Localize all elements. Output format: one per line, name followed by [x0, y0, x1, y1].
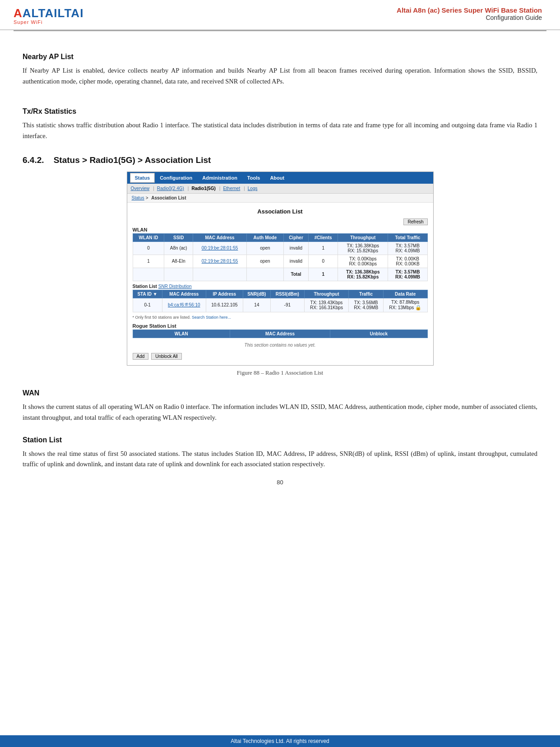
nearby-ap-body: If Nearby AP List is enabled, device col…: [23, 65, 537, 87]
footer-text: Altai Technologies Ltd. All rights reser…: [231, 738, 329, 744]
footer: Altai Technologies Ltd. All rights reser…: [0, 735, 560, 747]
header-title-sub: Configuration Guide: [397, 14, 542, 21]
nav-tab-status[interactable]: Status: [130, 173, 155, 183]
add-button[interactable]: Add: [133, 353, 149, 360]
main-content: Nearby AP List If Nearby AP List is enab…: [0, 31, 560, 507]
col-auth: Auth Mode: [247, 233, 284, 241]
txrx-heading: Tx/Rx Statistics: [23, 107, 537, 116]
cell-throughput: TX: 136.38KbpsRX: 15.82Kbps: [338, 241, 388, 255]
station-snr-label: Station List SNR Distribution: [133, 284, 428, 289]
ui-screenshot: Status Configuration Administration Tool…: [127, 172, 434, 366]
cell-ssid: A8n (ac): [164, 241, 193, 255]
col-traffic: Traffic: [349, 290, 383, 298]
table-row-total: Total 1 TX: 136.38KbpsRX: 15.82Kbps TX: …: [133, 268, 427, 281]
chapter-number: 6.4.2.: [23, 155, 44, 165]
table-row: 0 A8n (ac) 00:19:be:28:01:55 open invali…: [133, 241, 427, 255]
col-traffic: Total Traffic: [388, 233, 427, 241]
subnav-overview[interactable]: Overview: [131, 186, 150, 191]
col-clients: #Clients: [309, 233, 338, 241]
col-data-rate: Data Rate: [383, 290, 427, 298]
station-note: * Only first 50 stations are listed. Sea…: [133, 315, 428, 320]
col-ssid: SSID: [164, 233, 193, 241]
nav-tab-administration[interactable]: Administration: [197, 173, 242, 183]
nav-tab-configuration[interactable]: Configuration: [155, 173, 197, 183]
cell-mac: 02:19:be:28:01:55: [193, 255, 246, 268]
col-unblock: Unblock: [330, 329, 428, 338]
header-title-main: Altai A8n (ac) Series Super WiFi Base St…: [397, 6, 542, 14]
page-number: 80: [23, 479, 537, 486]
wlan-table: WLAN ID SSID MAC Address Auth Mode Ciphe…: [133, 233, 428, 281]
logo-altai: AALTAILTAI: [14, 6, 83, 20]
subnav-radio24[interactable]: Radio0(2.4G): [157, 186, 184, 191]
assoc-list-title: Association List: [133, 208, 428, 215]
mac-link[interactable]: 00:19:be:28:01:55: [202, 246, 238, 251]
col-throughput: Throughput: [304, 290, 349, 298]
col-cipher: Cipher: [283, 233, 309, 241]
unblock-all-button[interactable]: Unblock All: [151, 353, 181, 360]
breadcrumb-status[interactable]: Status: [132, 195, 144, 200]
col-rssi: RSSI(dBm): [271, 290, 305, 298]
logo-area: AALTAILTAI Super WiFi: [14, 6, 83, 25]
nav-tab-about[interactable]: About: [265, 173, 289, 183]
cell-data-rate: TX: 87.8MbpsRX: 13Mbps 🔒: [383, 298, 427, 312]
cell-mac: 00:19:be:28:01:55: [193, 241, 246, 255]
snr-distribution-link[interactable]: SNR Distribution: [158, 284, 192, 289]
refresh-row: Refresh: [133, 218, 428, 225]
col-sta-id[interactable]: STA ID ▼: [133, 290, 162, 298]
cell-clients: 1: [309, 241, 338, 255]
cell-empty: [164, 268, 193, 281]
cell-wlan-id: 1: [133, 255, 164, 268]
mac-link[interactable]: 02:19:be:28:01:55: [202, 259, 238, 264]
col-mac-rogue: MAC Address: [230, 329, 330, 338]
logo-accent: A: [14, 6, 23, 20]
table-row: 0-1 b4:ca:f6:ff:56:10 10.6.122.105 14 -9…: [133, 298, 427, 312]
col-wlan-id: WLAN ID: [133, 233, 164, 241]
col-mac-addr: MAC Address: [162, 290, 206, 298]
cell-total-traffic: TX: 3.57MBRX: 4.09MB: [388, 268, 427, 281]
cell-traffic: TX: 0.00KBRX: 0.00KB: [388, 255, 427, 268]
search-station-link[interactable]: Search Station here...: [192, 315, 231, 320]
cell-snr: 14: [243, 298, 270, 312]
txrx-body: This statistic shows traffic distributio…: [23, 120, 537, 142]
cell-ip: 10.6.122.105: [206, 298, 243, 312]
station-table: STA ID ▼ MAC Address IP Address SNR(dB) …: [133, 290, 428, 312]
nav-tab-tools[interactable]: Tools: [242, 173, 265, 183]
cell-empty: [133, 268, 164, 281]
ui-content: Association List Refresh WLAN WLAN ID SS…: [127, 203, 433, 365]
rogue-table: WLAN MAC Address Unblock: [133, 329, 428, 338]
cell-empty: [193, 268, 246, 281]
station-mac-link[interactable]: b4:ca:f6:ff:56:10: [168, 302, 200, 307]
col-snr: SNR(dB): [243, 290, 270, 298]
station-list-link-label: Station List: [133, 284, 158, 289]
cell-mac: b4:ca:f6:ff:56:10: [162, 298, 206, 312]
breadcrumb-page: Association List: [151, 195, 186, 200]
header: AALTAILTAI Super WiFi Altai A8n (ac) Ser…: [0, 0, 560, 30]
subnav-ethernet[interactable]: Ethernet: [223, 186, 240, 191]
header-title-area: Altai A8n (ac) Series Super WiFi Base St…: [397, 6, 542, 21]
cell-traffic: TX: 3.57MBRX: 4.09MB: [388, 241, 427, 255]
rogue-no-data: This section contains no values yet.: [133, 340, 428, 350]
cell-cipher: invalid: [283, 255, 309, 268]
cell-throughput: TX: 0.00KbpsRX: 0.00Kbps: [338, 255, 388, 268]
figure-caption: Figure 88 – Radio 1 Association List: [23, 369, 537, 376]
cell-clients: 0: [309, 255, 338, 268]
cell-total-throughput: TX: 136.38KbpsRX: 15.82Kbps: [338, 268, 388, 281]
cell-wlan-id: 0: [133, 241, 164, 255]
cell-auth: open: [247, 241, 284, 255]
wan-heading: WAN: [23, 389, 537, 397]
col-ip-addr: IP Address: [206, 290, 243, 298]
cell-auth: open: [247, 255, 284, 268]
nav-bar: Status Configuration Administration Tool…: [127, 172, 433, 184]
station-list-body: It shows the real time status of first 5…: [23, 449, 537, 470]
wlan-label: WLAN: [133, 227, 428, 232]
cell-ssid: A8-Eln: [164, 255, 193, 268]
rogue-station-title: Rogue Station List: [133, 323, 428, 329]
col-wlan: WLAN: [133, 329, 230, 338]
subnav-radio5[interactable]: Radio1(5G): [191, 186, 215, 191]
logo-super: Super WiFi: [14, 19, 42, 25]
cell-traffic: TX: 3.56MBRX: 4.09MB: [349, 298, 383, 312]
refresh-button[interactable]: Refresh: [403, 218, 427, 225]
subnav-logs[interactable]: Logs: [248, 186, 258, 191]
cell-throughput: TX: 139.43KbpsRX: 166.31Kbps: [304, 298, 349, 312]
station-list-heading: Station List: [23, 436, 537, 444]
